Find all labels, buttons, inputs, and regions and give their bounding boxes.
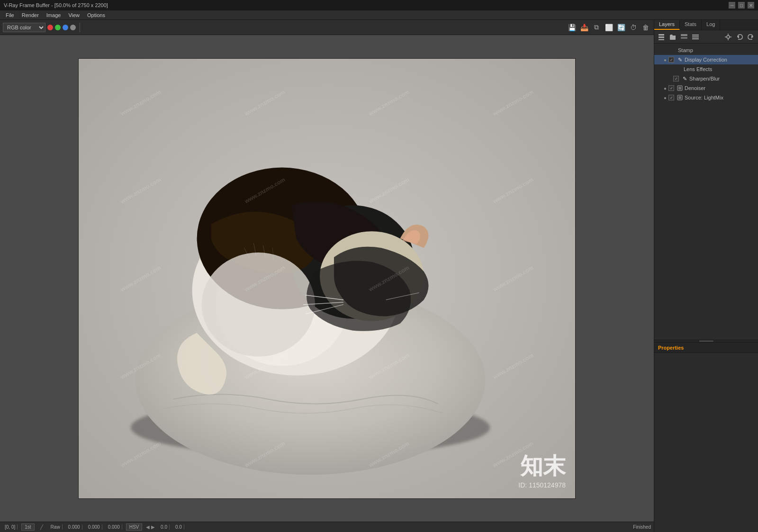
layer-name-display-correction: Display Correction — [685, 57, 756, 63]
slider-control: ◀ ▶ — [146, 524, 155, 530]
svg-rect-18 — [659, 34, 664, 36]
layer-icon-display-correction: ✎ — [676, 56, 684, 63]
cat-scene-render — [79, 59, 575, 498]
extra-value-2: 0.0 — [173, 524, 184, 530]
properties-panel: Properties — [654, 343, 758, 532]
layer-name-source-lightmix: Source: LightMix — [685, 95, 756, 100]
menu-view[interactable]: View — [64, 11, 83, 19]
canvas-area: www.znzmo.com www.znzmo.com www.znzmo.co… — [0, 35, 654, 522]
settings-tool-icon[interactable] — [723, 32, 733, 42]
center-area: RGB color Alpha Luminance 💾 📥 ⧉ ⬜ 🔄 ⏱ 🗑 — [0, 20, 654, 532]
extra-value-1: 0.0 — [159, 524, 170, 530]
render-canvas: www.znzmo.com www.znzmo.com www.znzmo.co… — [78, 58, 576, 499]
folder-tool-icon[interactable] — [668, 32, 678, 42]
properties-title: Properties — [658, 345, 684, 351]
svg-rect-23 — [692, 35, 699, 36]
redo-tool-icon[interactable] — [746, 32, 756, 42]
maximize-button[interactable]: □ — [738, 2, 745, 9]
panel-toolbar — [654, 30, 758, 44]
menu-file[interactable]: File — [2, 11, 18, 19]
layer-icon-lightmix — [676, 94, 684, 101]
toolbar-right-icons: 💾 📥 ⧉ ⬜ 🔄 ⏱ 🗑 — [567, 22, 651, 33]
layer-item-denoiser[interactable]: ● ✓ Denoiser — [654, 83, 758, 93]
add-layer-tool-icon[interactable] — [656, 32, 667, 42]
right-panel: Layers Stats Log — [654, 20, 758, 532]
value-b: 0.000 — [106, 524, 122, 530]
render-status: Finished — [633, 524, 651, 530]
raw-label: Raw — [49, 524, 63, 530]
title-bar: V-Ray Frame Buffer - [50.0% of 2750 x 22… — [0, 0, 758, 10]
list-tool-icon[interactable] — [690, 32, 701, 42]
layer-item-lens-effects[interactable]: ● Lens Effects — [654, 64, 758, 74]
layer-icon-denoiser — [676, 84, 684, 92]
layer-name-stamp: Stamp — [678, 47, 756, 53]
status-bar: [0, 0] 1st ╱ Raw 0.000 0.000 0.000 HSV ◀… — [0, 522, 654, 532]
save-render-icon[interactable]: 💾 — [567, 22, 577, 33]
window-title: V-Ray Frame Buffer - [50.0% of 2750 x 22… — [4, 2, 108, 8]
channel-select[interactable]: RGB color Alpha Luminance — [3, 23, 45, 32]
render-svg — [79, 59, 575, 498]
menu-image[interactable]: Image — [43, 11, 65, 19]
blue-channel-dot[interactable] — [63, 25, 68, 30]
svg-rect-19 — [659, 36, 664, 38]
layer-name-denoiser: Denoiser — [685, 85, 756, 91]
history-icon[interactable]: ⏱ — [628, 22, 639, 33]
layer-icon-sharpen-blur: ✎ — [681, 75, 688, 82]
menu-options[interactable]: Options — [83, 11, 109, 19]
toolbar-separator — [80, 23, 80, 32]
undo-tool-icon[interactable] — [734, 32, 745, 42]
svg-rect-24 — [692, 36, 699, 37]
alpha-channel-dot[interactable] — [70, 25, 76, 30]
layer-name-lens-effects: Lens Effects — [684, 66, 756, 72]
main-toolbar: RGB color Alpha Luminance 💾 📥 ⧉ ⬜ 🔄 ⏱ 🗑 — [0, 20, 654, 35]
main-area: RGB color Alpha Luminance 💾 📥 ⧉ ⬜ 🔄 ⏱ 🗑 — [0, 20, 758, 532]
zoom-button[interactable]: 1st — [21, 523, 34, 531]
refresh-icon[interactable]: 🔄 — [616, 22, 626, 33]
merge-icon[interactable] — [679, 32, 689, 42]
svg-rect-21 — [681, 34, 687, 36]
tab-log[interactable]: Log — [702, 20, 720, 30]
checkbox-denoiser[interactable]: ✓ — [668, 85, 674, 91]
layer-name-sharpen-blur: Sharpen/Blur — [689, 76, 756, 81]
tab-layers[interactable]: Layers — [654, 20, 680, 30]
layer-item-stamp[interactable]: ● Stamp — [654, 45, 758, 55]
eye-icon-lightmix[interactable]: ● — [662, 94, 668, 101]
window-controls: ─ □ ✕ — [729, 2, 754, 9]
layer-icon-stamp — [669, 46, 677, 54]
trash-icon[interactable]: 🗑 — [641, 22, 651, 33]
layers-tree: ● Stamp ● ✓ ✎ Display Correction ● Lens … — [654, 44, 758, 340]
checkbox-sharpen-blur[interactable]: ✓ — [673, 76, 679, 81]
coordinates-display: [0, 0] — [3, 524, 18, 530]
green-channel-dot[interactable] — [55, 25, 61, 30]
compare-icon[interactable]: ⧉ — [591, 22, 602, 33]
eye-icon-denoiser[interactable]: ● — [662, 85, 668, 91]
menu-render[interactable]: Render — [18, 11, 43, 19]
color-space-button[interactable]: HSV — [126, 523, 143, 531]
mode-icon: ╱ — [38, 524, 45, 530]
layer-icon-lens — [675, 65, 683, 73]
layer-item-sharpen-blur[interactable]: ✓ ✎ Sharpen/Blur — [654, 74, 758, 83]
layer-item-display-correction[interactable]: ● ✓ ✎ Display Correction — [654, 55, 758, 64]
svg-rect-25 — [692, 38, 699, 39]
svg-point-26 — [727, 36, 730, 38]
svg-point-9 — [202, 252, 315, 357]
close-button[interactable]: ✕ — [748, 2, 754, 9]
checkbox-lightmix[interactable]: ✓ — [668, 95, 674, 100]
clear-icon[interactable]: ⬜ — [604, 22, 614, 33]
svg-rect-22 — [681, 37, 687, 39]
divider-handle — [699, 341, 713, 342]
eye-icon-display-correction[interactable]: ● — [662, 56, 668, 63]
value-r: 0.000 — [66, 524, 82, 530]
menu-bar: File Render Image View Options — [0, 10, 758, 20]
red-channel-dot[interactable] — [47, 25, 53, 30]
minimize-button[interactable]: ─ — [729, 2, 735, 9]
panel-tabs: Layers Stats Log — [654, 20, 758, 30]
properties-header: Properties — [654, 343, 758, 353]
value-g: 0.000 — [86, 524, 102, 530]
save-as-render-icon[interactable]: 📥 — [579, 22, 589, 33]
svg-rect-20 — [659, 39, 664, 40]
tab-stats[interactable]: Stats — [680, 20, 702, 30]
checkbox-display-correction[interactable]: ✓ — [668, 57, 674, 63]
layer-item-source-lightmix[interactable]: ● ✓ Source: LightMix — [654, 93, 758, 102]
